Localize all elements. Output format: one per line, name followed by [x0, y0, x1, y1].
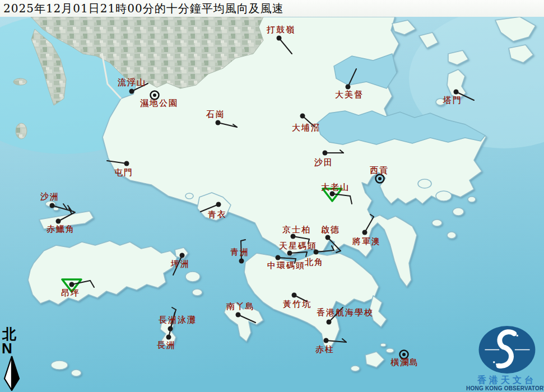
- station-label-waglan-island: 橫瀾島: [390, 358, 419, 367]
- hong-kong-base-map: [0, 0, 544, 392]
- shek-kwu-chau: [192, 289, 202, 296]
- port-shelter-island-6: [468, 197, 476, 202]
- wind-map-page: 2025年12月01日21時00分的十分鐘平均風向及風速 流浮山濕地公園打鼓嶺大…: [0, 0, 544, 392]
- station-label-tseung-kwan-o: 將軍澳: [352, 237, 381, 246]
- station-label-sha-tin: 沙田: [314, 158, 333, 167]
- station-label-lamma-island: 南丫島: [226, 302, 255, 311]
- hko-logo-english: HONG KONG OBSERVATORY: [466, 385, 544, 392]
- po-toi-islet: [351, 366, 360, 371]
- port-shelter-island-3: [453, 208, 464, 216]
- station-label-wong-chuk-hang: 黃竹坑: [283, 300, 311, 309]
- station-label-cheung-chau: 長洲: [157, 340, 176, 349]
- sha-chau-islet-1: [45, 201, 55, 207]
- station-label-sai-kung: 西貢: [370, 166, 389, 175]
- station-label-sha-chau: 沙洲: [40, 192, 59, 201]
- north-compass: 北 N: [1, 327, 24, 391]
- ma-wan: [185, 193, 193, 199]
- station-label-tates-cairn: 大老山: [321, 183, 350, 192]
- west-islet-1: [13, 78, 27, 85]
- station-label-cheung-chau-beach: 長洲泳灘: [159, 315, 197, 324]
- station-label-tai-po-kau: 大埔滘: [292, 123, 320, 132]
- station-label-central-pier: 中環碼頭: [267, 261, 305, 270]
- hko-logo-chinese: 香港天文台: [477, 375, 536, 385]
- station-label-ta-kwu-ling: 打鼓嶺: [267, 25, 295, 34]
- station-label-tai-mei-tuk: 大美督: [335, 90, 364, 99]
- station-label-star-ferry-pier: 天星碼頭: [279, 241, 317, 250]
- station-label-kings-park: 京士柏: [282, 225, 311, 234]
- port-shelter-island-2: [436, 191, 452, 201]
- station-label-tap-mun: 塔門: [443, 96, 462, 105]
- station-label-lau-fau-shan: 流浮山: [118, 78, 146, 87]
- station-label-peng-chau: 坪洲: [171, 259, 190, 268]
- station-label-shek-kong: 石崗: [206, 110, 225, 119]
- station-label-tsing-yi: 青衣: [208, 210, 227, 219]
- waglan-islet-2: [380, 343, 386, 347]
- station-label-tuen-mun: 屯門: [114, 168, 133, 177]
- station-label-kai-tak: 啟德: [321, 225, 340, 234]
- station-label-stanley: 赤柱: [315, 345, 334, 354]
- north-arrow-icon: [1, 355, 22, 391]
- map-title: 2025年12月01日21時00分的十分鐘平均風向及風速: [0, 0, 544, 17]
- waglan-islet-1: [386, 348, 394, 353]
- station-label-wetland-park: 濕地公園: [140, 99, 178, 108]
- station-label-hk-sea-school: 香港航海學校: [317, 308, 374, 317]
- hei-ling-chau: [185, 272, 200, 282]
- hko-logo-icon: [477, 325, 537, 375]
- west-islet-2: [16, 123, 27, 139]
- station-label-green-island: 青洲: [230, 248, 249, 256]
- sha-chau-islet-2: [53, 207, 59, 211]
- soko-island-2: [71, 370, 81, 376]
- station-label-chek-lap-kok: 赤鱲角: [47, 225, 75, 234]
- soko-island-1: [51, 361, 68, 370]
- port-shelter-island-4: [432, 220, 442, 226]
- port-shelter-island-1: [418, 179, 431, 188]
- compass-north-letter: N: [2, 342, 12, 355]
- hko-logo: 香港天文台 HONG KONG OBSERVATORY: [469, 325, 544, 392]
- port-shelter-island-5: [447, 232, 456, 239]
- station-label-north-point: 北角: [305, 258, 324, 267]
- station-label-ngong-ping: 昂坪: [61, 288, 80, 297]
